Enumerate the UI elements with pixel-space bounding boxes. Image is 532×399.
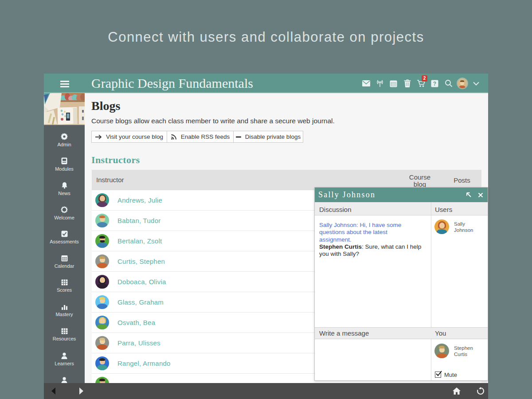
svg-text:?: ? [433,80,436,86]
